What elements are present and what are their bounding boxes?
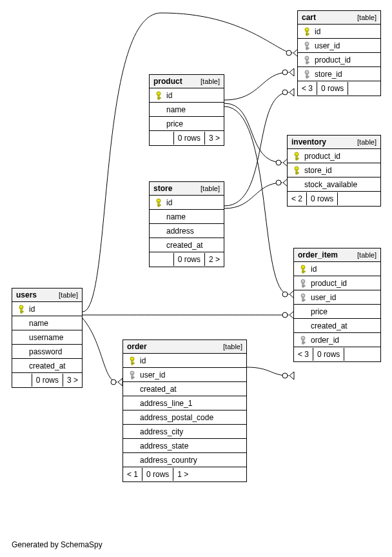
table-cart: cart [table] iduser_idproduct_idstore_id… [297, 10, 381, 96]
column-name: created_at [164, 241, 220, 250]
footer-cell: < 2 [288, 192, 307, 205]
table-header: store [table] [150, 182, 224, 196]
column-row: address_postal_code [123, 410, 246, 425]
table-inventory: inventory [table] product_idstore_idstoc… [287, 135, 381, 207]
svg-point-5 [282, 292, 288, 297]
table-order-item: order_item [table] idproduct_iduser_idpr… [293, 248, 381, 362]
table-footer: 0 rows3 > [12, 373, 82, 387]
footer-cell: 0 rows [174, 132, 205, 145]
svg-point-0 [286, 50, 291, 56]
column-name: product_id [312, 56, 377, 65]
footer-cell [338, 192, 380, 205]
column-name: product_id [308, 279, 377, 288]
footer-cell [12, 374, 32, 387]
footer-cell [150, 132, 174, 145]
table-header: cart [table] [298, 11, 380, 25]
column-name: address [164, 227, 220, 236]
column-row: address [150, 224, 224, 238]
column-row: user_id [298, 39, 380, 53]
table-footer: < 20 rows [288, 192, 380, 206]
footer-cell: 3 > [205, 132, 224, 145]
table-name: store [153, 184, 172, 193]
footer-cell: 0 rows [142, 468, 173, 481]
column-name: address_city [137, 427, 242, 436]
table-name: product [153, 77, 182, 86]
footer-cell [150, 253, 174, 266]
footer-cell: < 3 [298, 82, 317, 95]
table-footer: < 30 rows [294, 347, 380, 361]
primary-key-icon [291, 152, 302, 161]
svg-point-7 [276, 180, 281, 185]
column-row: name [150, 103, 224, 117]
svg-rect-53 [302, 342, 305, 343]
footer-cell: 0 rows [313, 348, 344, 361]
column-row: product_id [288, 149, 380, 163]
column-row: id [294, 262, 380, 276]
table-type: [table] [357, 251, 377, 259]
column-name: address_line_1 [137, 399, 242, 408]
table-name: users [16, 290, 37, 299]
column-row: password [12, 345, 82, 359]
table-order: order [table] iduser_idcreated_ataddress… [122, 339, 247, 482]
column-name: user_id [308, 293, 377, 302]
primary-key-icon [16, 305, 26, 314]
table-header: order [table] [123, 340, 246, 354]
column-row: product_id [294, 276, 380, 290]
column-name: created_at [137, 385, 242, 394]
footer-cell: 0 rows [174, 253, 205, 266]
svg-rect-14 [158, 97, 161, 99]
svg-rect-23 [132, 377, 134, 378]
column-row: product_id [298, 53, 380, 67]
column-row: id [298, 25, 380, 39]
column-row: store_id [298, 67, 380, 81]
column-name: created_at [26, 361, 78, 370]
table-type: [table] [357, 14, 377, 21]
footer-cell: 1 > [173, 468, 192, 481]
svg-point-4 [276, 160, 281, 165]
table-name: cart [302, 13, 316, 22]
column-name: id [26, 305, 78, 314]
svg-rect-38 [296, 158, 299, 159]
column-row: store_id [288, 163, 380, 177]
svg-rect-32 [306, 62, 309, 63]
column-name: address_country [137, 456, 242, 465]
table-footer: < 10 rows1 > [123, 467, 246, 481]
column-name: name [164, 212, 220, 221]
svg-rect-20 [132, 363, 134, 364]
table-type: [table] [59, 291, 78, 299]
footer-cell [344, 348, 380, 361]
svg-rect-35 [306, 76, 309, 77]
column-row: created_at [12, 359, 82, 373]
table-header: product [table] [150, 75, 224, 88]
column-row: id [150, 196, 224, 210]
footer-cell: 0 rows [307, 192, 338, 205]
footer-cell: < 3 [294, 348, 313, 361]
generator-credit: Generated by SchemaSpy [12, 540, 103, 549]
table-name: inventory [291, 137, 326, 147]
column-name: name [164, 105, 220, 114]
column-name: username [26, 333, 78, 342]
column-name: store_id [302, 166, 377, 175]
column-row: name [12, 316, 82, 330]
column-name: price [308, 307, 377, 316]
column-row: address_city [123, 425, 246, 439]
column-row: user_id [294, 290, 380, 305]
foreign-key-icon [302, 56, 312, 65]
column-name: id [312, 27, 377, 36]
column-name: address_state [137, 441, 242, 451]
foreign-key-icon [127, 370, 137, 380]
table-type: [table] [357, 138, 377, 146]
primary-key-icon [153, 198, 164, 207]
primary-key-icon [127, 356, 137, 365]
table-type: [table] [201, 77, 220, 85]
column-name: id [137, 356, 242, 365]
footer-cell: 0 rows [32, 374, 63, 387]
column-row: address_state [123, 439, 246, 453]
column-name: user_id [137, 370, 242, 380]
svg-rect-44 [302, 271, 305, 272]
column-row: id [123, 354, 246, 368]
column-row: order_id [294, 333, 380, 347]
column-row: address_line_1 [123, 396, 246, 410]
column-name: product_id [302, 152, 377, 161]
foreign-key-icon [302, 41, 312, 50]
